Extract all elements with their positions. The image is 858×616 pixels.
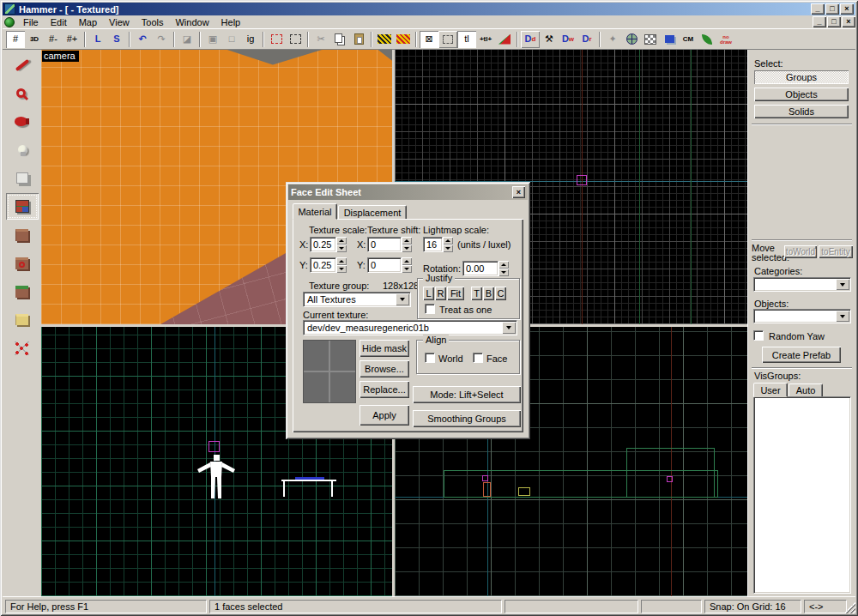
visgroups-tab-auto[interactable]: Auto <box>789 383 823 397</box>
dialog-close-button[interactable]: × <box>512 186 525 198</box>
texture-group-dropdown[interactable]: All Textures <box>303 292 411 307</box>
mdi-restore-button[interactable]: □ <box>827 16 841 27</box>
treat-as-one-checkbox[interactable] <box>425 304 435 314</box>
displacement-mask-dd-button[interactable]: Dd <box>521 31 540 48</box>
justify-bottom-button[interactable]: B <box>483 287 494 300</box>
close-button[interactable]: × <box>840 3 854 15</box>
toggle-helpers-button[interactable]: ✦ <box>603 31 622 48</box>
decal-tool-button[interactable] <box>6 250 39 276</box>
dropdown-arrow-icon[interactable] <box>836 311 849 322</box>
apply-current-texture-tool-button[interactable] <box>6 221 39 248</box>
toggle-models-button[interactable] <box>622 31 641 48</box>
no-draw-button[interactable]: no draw <box>716 31 735 48</box>
menu-window[interactable]: Window <box>169 16 214 28</box>
menu-map[interactable]: Map <box>73 16 103 28</box>
justify-center-button[interactable]: C <box>495 287 506 300</box>
larger-grid-button[interactable]: #+ <box>63 31 82 48</box>
texture-application-tool-button[interactable] <box>6 193 39 220</box>
group-button[interactable]: ▣ <box>203 31 222 48</box>
fade-preview-button[interactable] <box>495 31 514 48</box>
justify-fit-button[interactable]: Fit <box>447 287 464 300</box>
carve-button[interactable]: ◪ <box>178 31 196 48</box>
mdi-close-button[interactable]: × <box>842 16 855 27</box>
shift-y-input[interactable] <box>367 257 402 273</box>
smoothing-groups-button[interactable]: Smoothing Groups <box>413 410 521 427</box>
displacement-mask-dw-button[interactable]: Dw <box>559 31 577 48</box>
menu-view[interactable]: View <box>103 16 136 28</box>
camera-tool-button[interactable] <box>6 108 39 135</box>
align-world-checkbox[interactable] <box>425 353 435 363</box>
menu-help[interactable]: Help <box>215 16 247 28</box>
load-window-state-button[interactable]: L <box>88 31 107 48</box>
rotation-input[interactable] <box>462 261 498 276</box>
collision-model-button[interactable]: CM <box>679 31 698 48</box>
replace-button[interactable]: Replace... <box>360 381 409 398</box>
select-solids-button[interactable]: Solids <box>754 105 849 118</box>
overlay-tool-button[interactable] <box>6 278 39 305</box>
dropdown-arrow-icon[interactable] <box>396 293 409 305</box>
toggle-grid-button[interactable]: # <box>6 31 25 48</box>
model-fade-button[interactable] <box>660 31 679 48</box>
texture-lock-button[interactable]: tl <box>457 31 476 48</box>
shift-y-spinner[interactable] <box>402 257 412 273</box>
ignore-groups-button[interactable]: ig <box>241 31 260 48</box>
resize-grip[interactable] <box>844 602 855 613</box>
scale-x-spinner[interactable] <box>336 237 347 252</box>
menu-edit[interactable]: Edit <box>45 16 73 28</box>
copy-button[interactable] <box>330 31 349 48</box>
dropdown-arrow-icon[interactable] <box>836 279 849 290</box>
entity-tool-button[interactable] <box>6 136 39 163</box>
scale-y-input[interactable] <box>310 257 336 273</box>
smaller-grid-button[interactable]: #- <box>44 31 63 48</box>
hide-unselected-button[interactable] <box>286 31 305 48</box>
mode-lift-select-button[interactable]: Mode: Lift+Select <box>413 386 521 403</box>
foliage-button[interactable] <box>698 31 716 48</box>
shift-x-input[interactable] <box>367 237 402 252</box>
block-tool-button[interactable] <box>6 165 39 191</box>
select-objects-button[interactable]: Objects <box>754 88 849 101</box>
to-entity-button[interactable]: toEntity <box>819 245 853 258</box>
visgroups-tab-user[interactable]: User <box>753 383 788 397</box>
mdi-minimize-button[interactable]: _ <box>813 16 826 27</box>
menu-file[interactable]: File <box>17 16 45 28</box>
hide-mask-button[interactable]: Hide mask <box>360 340 409 357</box>
displacement-mask-dr-button[interactable]: Dr <box>577 31 596 48</box>
save-window-state-button[interactable]: S <box>107 31 126 48</box>
menu-tools[interactable]: Tools <box>136 16 170 28</box>
random-yaw-checkbox[interactable] <box>753 330 764 341</box>
paste-button[interactable] <box>349 31 368 48</box>
lightmap-spinner[interactable] <box>443 237 453 252</box>
toggle-3d-grid-button[interactable]: 3D <box>25 31 44 48</box>
dropdown-arrow-icon[interactable] <box>502 322 516 334</box>
current-texture-dropdown[interactable]: dev/dev_measuregeneric01b <box>303 320 517 335</box>
cordon-button[interactable] <box>375 31 394 48</box>
clipping-tool-button[interactable] <box>6 306 39 333</box>
ungroup-button[interactable]: □ <box>222 31 241 48</box>
toggle-detail-button[interactable] <box>641 31 660 48</box>
maximize-button[interactable]: □ <box>825 3 839 15</box>
pick-face-button[interactable]: ⚒ <box>540 31 559 48</box>
rotation-spinner[interactable] <box>498 261 509 276</box>
tab-displacement[interactable]: Displacement <box>338 205 407 220</box>
justify-top-button[interactable]: T <box>471 287 482 300</box>
cordon-edit-button[interactable] <box>394 31 413 48</box>
scale-y-spinner[interactable] <box>336 257 347 273</box>
hammer-app-icon[interactable] <box>4 3 15 15</box>
redo-button[interactable]: ↷ <box>152 31 171 48</box>
mdi-document-icon[interactable] <box>4 17 15 27</box>
hide-selected-button[interactable] <box>267 31 286 48</box>
undo-button[interactable]: ↶ <box>133 31 152 48</box>
browse-button[interactable]: Browse... <box>360 360 409 377</box>
cut-button[interactable]: ✂ <box>311 31 330 48</box>
magnify-tool-button[interactable] <box>6 80 39 106</box>
justify-left-button[interactable]: L <box>423 287 434 300</box>
select-groups-button[interactable]: Groups <box>754 70 849 84</box>
apply-button[interactable]: Apply <box>360 405 409 426</box>
scale-x-input[interactable] <box>310 237 336 252</box>
dialog-title-bar[interactable]: Face Edit Sheet × <box>288 184 528 200</box>
align-face-checkbox[interactable] <box>473 353 483 363</box>
tab-material[interactable]: Material <box>293 203 337 220</box>
toggle-select-box-button[interactable]: ⊠ <box>420 31 438 48</box>
minimize-button[interactable]: _ <box>811 3 825 15</box>
objects-dropdown[interactable] <box>753 309 851 323</box>
